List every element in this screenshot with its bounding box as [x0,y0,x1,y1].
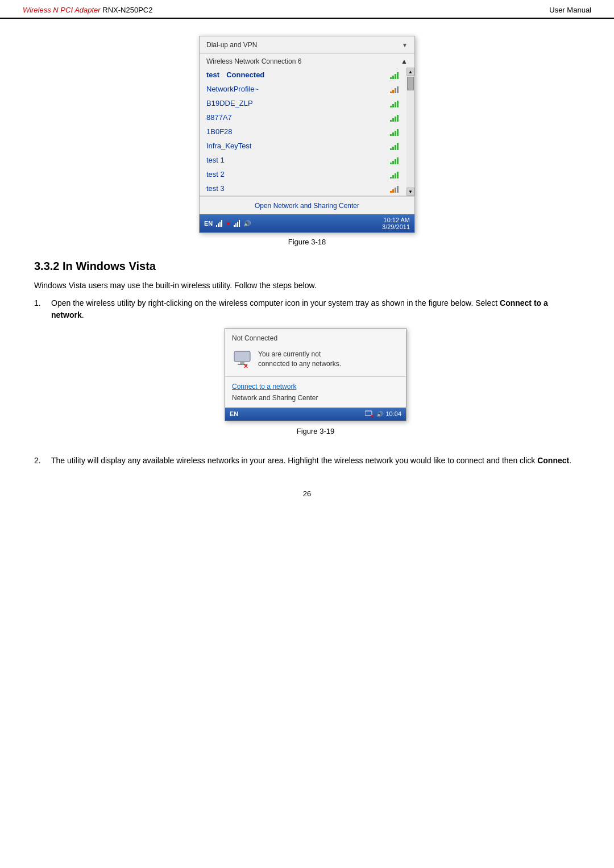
vista-body-line1: You are currently not [258,350,341,359]
network-name-b19dde: B19DDE_ZLP [206,99,253,107]
network-item-test2[interactable]: test 2 [200,167,414,181]
network-status-test: Connected [226,70,264,79]
wireless-section-title: Wireless Network Connection 6 ▲ [200,54,414,68]
step-2-bold: Connect [537,456,569,465]
signal-icon-test [390,71,399,79]
scroll-down-button[interactable]: ▼ [406,188,414,196]
wireless-section: Wireless Network Connection 6 ▲ test Con… [200,54,414,196]
signal-icon-infra-keytest [390,142,399,150]
dialup-header: Dial-up and VPN ▼ [200,36,414,53]
step-2-number: 2. [34,455,45,467]
signal-icon-test1 [390,156,399,164]
network-list: test Connected Ne [200,68,414,196]
popup-scrollbar[interactable]: ▲ ▼ [406,68,414,196]
step-2-text: The utility will display any available w… [51,455,580,467]
page-number: 26 [34,489,580,498]
network-name-networkprofile: NetworkProfile~ [206,85,259,93]
step-1-text-after: . [82,310,84,319]
vista-tray: ✕ 🔊 10:04 [365,409,401,419]
page-header: Wireless N PCI Adapter RNX-N250PC2 User … [0,0,614,19]
svg-text:✕: ✕ [243,363,248,369]
network-name-test1: test 1 [206,156,225,164]
vista-taskbar-lang: EN [230,409,238,419]
vista-network-popup: Not Connected ✕ [225,328,406,421]
signal-icon-1b0f28 [390,128,399,136]
signal-icon-8877a7 [390,114,399,122]
vista-network-icon: ✕ [232,349,252,369]
taskbar-lang: EN [204,220,213,227]
signal-icon-test3 [390,185,399,193]
section-title: In Windows Vista [63,260,156,272]
vista-links: Connect to a network Network and Sharing… [225,376,406,408]
dialup-arrow-icon: ▼ [402,42,408,48]
dialup-label: Dial-up and VPN [206,41,257,49]
taskbar-time: 10:12 AM [384,217,410,223]
network-name-8877a7: 8877A7 [206,113,232,122]
network-sharing-center-text: Network and Sharing Center [232,393,399,403]
signal-icon-b19dde [390,99,399,107]
network-name-1b0f28: 1B0F28 [206,127,233,136]
vista-body-line2: connected to any networks. [258,359,341,369]
taskbar-signal2-icon [234,220,240,227]
network-name-test2: test 2 [206,170,225,178]
network-item-test3[interactable]: test 3 [200,181,414,196]
vista-popup-body: ✕ You are currently not connected to any… [225,346,406,376]
step-2-text-before: The utility will display any available w… [51,456,537,465]
step-2-text-after: . [569,456,571,465]
network-item-8877a7[interactable]: 8877A7 [200,110,414,124]
network-name-test: test [206,70,219,79]
taskbar-volume-icon: 🔊 [243,220,251,227]
win7-taskbar: EN ✕ [200,214,414,232]
section-number: 3.3.2 [34,260,59,272]
network-item-test1[interactable]: test 1 [200,153,414,167]
network-list-area: test Connected Ne [200,68,414,196]
step-1-number: 1. [34,297,45,448]
popup-footer: Open Network and Sharing Center [200,196,414,214]
open-network-sharing-link[interactable]: Open Network and Sharing Center [255,202,359,210]
step-1: 1. Open the wireless utility by right-cl… [34,297,580,448]
svg-text:✕: ✕ [370,414,374,418]
network-item-test[interactable]: test Connected [200,68,414,82]
network-item-infra-keytest[interactable]: Infra_KeyTest [200,139,414,153]
figure-18-container: Dial-up and VPN ▼ Wireless Network Conne… [34,36,580,246]
doc-type: User Manual [549,6,591,14]
brand-name: Wireless N PCI Adapter [23,6,101,14]
figure-18-label: Figure 3-18 [288,238,326,246]
wireless-label: Wireless Network Connection 6 [206,57,301,65]
taskbar-right: 10:12 AM 3/29/2011 [382,217,410,230]
scroll-thumb[interactable] [407,77,414,90]
figure-19-container: Not Connected ✕ [51,328,580,437]
network-computer-icon: ✕ [232,349,252,369]
figure-19-label: Figure 3-19 [297,426,334,437]
network-name-infra-keytest: Infra_KeyTest [206,142,252,150]
taskbar-date: 3/29/2011 [382,223,410,230]
network-name-test3: test 3 [206,184,225,193]
vista-tray-volume-icon: 🔊 [376,410,383,418]
page-content: Dial-up and VPN ▼ Wireless Network Conne… [0,19,614,521]
step-1-text-before: Open the wireless utility by right-click… [51,298,500,308]
vista-body-text: You are currently not connected to any n… [258,350,341,369]
model-text: RNX-N250PC2 [102,6,152,14]
signal-icon-test2 [390,171,399,178]
network-item-b19dde[interactable]: B19DDE_ZLP [200,96,414,110]
section-heading: 3.3.2 In Windows Vista [34,260,580,273]
wireless-arrow-icon: ▲ [401,57,408,65]
intro-paragraph: Windows Vista users may use the built-in… [34,280,580,292]
step-1-text: Open the wireless utility by right-click… [51,297,580,448]
taskbar-x-icon: ✕ [226,221,230,227]
network-item-networkprofile[interactable]: NetworkProfile~ [200,82,414,96]
vista-tray-network-icon: ✕ [365,410,374,418]
dialup-section: Dial-up and VPN ▼ [200,36,414,54]
network-item-1b0f28[interactable]: 1B0F28 [200,124,414,139]
taskbar-signal-icon [216,220,222,227]
signal-icon-networkprofile [390,85,399,93]
win7-network-popup: Dial-up and VPN ▼ Wireless Network Conne… [199,36,415,233]
header-left: Wireless N PCI Adapter RNX-N250PC2 [23,6,152,14]
vista-taskbar-time: 10:04 [385,409,401,419]
step-2: 2. The utility will display any availabl… [34,455,580,467]
vista-popup-header: Not Connected [225,329,406,346]
vista-taskbar: EN ✕ 🔊 10:04 [225,408,406,421]
scroll-up-button[interactable]: ▲ [406,68,414,76]
svg-rect-0 [234,351,250,362]
connect-to-network-link[interactable]: Connect to a network [232,381,399,392]
